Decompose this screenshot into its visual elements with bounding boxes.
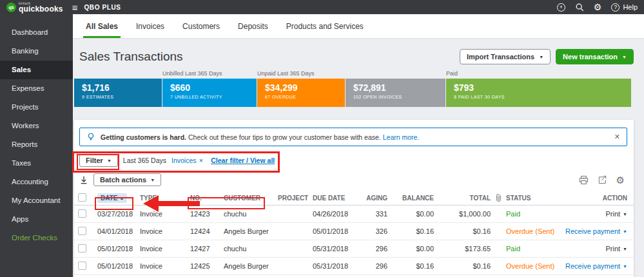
cell-total: $0.16 (434, 262, 491, 270)
brand-text: intuit quickbooks (19, 1, 63, 13)
row-checkbox[interactable] (78, 227, 86, 235)
row-action-receive-payment[interactable]: Receive payment ▼ (565, 262, 627, 270)
sidebar-item-accounting[interactable]: Accounting (0, 173, 73, 191)
sidebar-item-workers[interactable]: Workers (0, 117, 73, 135)
applied-filter-label: Last 365 Days (123, 157, 166, 164)
gear-icon[interactable]: ⚙ (594, 3, 602, 12)
search-icon[interactable] (575, 3, 584, 12)
sidebar-item-apps[interactable]: Apps (0, 210, 73, 229)
cell-date: 05/01/2018 (97, 245, 140, 253)
tab-customers[interactable]: Customers (173, 14, 229, 38)
money-caption: 67 OVERDUE (265, 95, 345, 99)
sidebar-item-dashboard[interactable]: Dashboard (0, 23, 73, 42)
tab-all-sales[interactable]: All Sales (77, 14, 127, 38)
learn-more-link[interactable]: Learn more. (383, 133, 420, 141)
qb-logo-icon: qb (6, 3, 16, 12)
batch-actions-label: Batch actions (100, 176, 146, 184)
column-header-action: ACTION (558, 195, 627, 202)
column-header-type[interactable]: TYPE (140, 195, 190, 202)
cell-balance: $0.00 (387, 210, 434, 218)
status-badge: Paid (506, 245, 558, 253)
tab-invoices[interactable]: Invoices (127, 14, 173, 38)
row-action-print[interactable]: Print ▼ (605, 245, 627, 253)
column-header-total[interactable]: TOTAL (434, 195, 491, 202)
row-action-label: Print (605, 245, 620, 253)
money-amount: $72,891 (353, 82, 445, 93)
transactions-panel: Getting customers is hard. Check out the… (74, 120, 634, 277)
clear-filter-link[interactable]: Clear filter / View all (211, 157, 275, 164)
sidebar-item-expenses[interactable]: Expenses (0, 79, 73, 98)
money-group-label-paid: Paid (446, 70, 458, 77)
caret-down-icon: ▼ (107, 158, 112, 163)
row-action-receive-payment[interactable]: Receive payment ▼ (565, 227, 627, 235)
money-card-unbilled-activity[interactable]: $660 7 UNBILLED ACTIVITY (162, 79, 257, 107)
money-amount: $34,299 (265, 82, 345, 93)
date-header-label: DATE (101, 195, 117, 202)
column-header-project[interactable]: PROJECT (278, 195, 313, 202)
filter-button[interactable]: Filter ▼ (79, 154, 118, 167)
money-card-overdue[interactable]: $34,299 67 OVERDUE (257, 79, 345, 107)
caret-down-icon: ▼ (623, 264, 627, 269)
quick-create-icon[interactable]: + (557, 3, 565, 12)
column-header-customer[interactable]: CUSTOMER (224, 195, 278, 202)
batch-actions-button[interactable]: Batch actions ▼ (93, 173, 161, 186)
money-amount: $660 (170, 82, 257, 93)
filter-chip-invoices[interactable]: Invoices ✕ (171, 157, 203, 164)
table-row[interactable]: 04/01/2018 Invoice 12424 Angels Burger 0… (74, 223, 634, 240)
cell-aging: 331 (358, 210, 387, 218)
column-header-no[interactable]: NO. (190, 195, 224, 202)
help-question-icon: ? (611, 3, 620, 12)
money-card-paid[interactable]: $793 8 PAID LAST 30 DAYS (446, 79, 631, 107)
hamburger-menu-icon[interactable]: ≡ (72, 3, 78, 12)
select-all-checkbox[interactable] (78, 193, 86, 202)
help-button[interactable]: ? Help (611, 3, 638, 12)
column-header-balance[interactable]: BALANCE (387, 195, 434, 202)
cell-balance: $0.00 (387, 245, 434, 253)
cell-no: 12424 (190, 227, 224, 235)
tab-products-and-services[interactable]: Products and Services (277, 14, 373, 38)
money-group-label-unbilled: Unbilled Last 365 Days (162, 70, 222, 77)
money-card-estimates[interactable]: $1,716 9 ESTIMATES (74, 79, 162, 107)
caret-down-icon: ▼ (623, 212, 627, 216)
sidebar-item-projects[interactable]: Projects (0, 98, 73, 117)
sidebar-item-sales[interactable]: Sales (0, 61, 73, 79)
table-settings-gear-icon[interactable]: ⚙ (616, 175, 625, 185)
sort-order-icon[interactable] (79, 175, 88, 185)
sidebar-item-taxes[interactable]: Taxes (0, 154, 73, 173)
import-transactions-button[interactable]: Import Transactions ▼ (460, 49, 551, 64)
row-checkbox[interactable] (78, 209, 86, 218)
print-icon[interactable] (579, 175, 589, 185)
row-checkbox[interactable] (78, 262, 86, 270)
row-action-print[interactable]: Print ▼ (605, 210, 627, 218)
cell-due-date: 05/31/2018 (313, 262, 358, 270)
caret-down-icon: ▼ (622, 55, 627, 59)
sidebar-item-reports[interactable]: Reports (0, 135, 73, 154)
tab-deposits[interactable]: Deposits (229, 14, 277, 38)
new-transaction-button[interactable]: New transaction ▼ (556, 49, 634, 64)
cell-type: Invoice (140, 210, 190, 218)
import-transactions-label: Import Transactions (467, 53, 534, 61)
column-header-due-date[interactable]: DUE DATE (313, 195, 358, 202)
table-row[interactable]: 05/01/2018 Invoice 12427 chuchu 05/31/20… (74, 240, 634, 258)
table-row[interactable]: 05/01/2018 Invoice 12425 Angels Burger 0… (74, 258, 634, 275)
export-icon[interactable] (598, 175, 607, 185)
money-card-open-invoices[interactable]: $72,891 102 OPEN INVOICES (346, 79, 445, 107)
banner-close-icon[interactable]: ✕ (614, 133, 620, 141)
column-header-aging[interactable]: AGING (358, 195, 387, 202)
column-header-status[interactable]: STATUS (506, 195, 558, 202)
row-checkbox[interactable] (78, 244, 86, 253)
cell-customer: Angels Burger (224, 262, 278, 270)
table-row[interactable]: 03/27/2018 Invoice 12423 chuchu 04/26/20… (74, 205, 634, 223)
caret-down-icon: ▼ (623, 247, 627, 251)
cell-aging: 326 (358, 227, 387, 235)
title-bar: Sales Transactions Import Transactions ▼… (73, 39, 644, 67)
sidebar-item-banking[interactable]: Banking (0, 42, 73, 61)
cell-type: Invoice (140, 227, 190, 235)
caret-down-icon: ▼ (150, 178, 155, 182)
sidebar-item-my-accountant[interactable]: My Accountant (0, 191, 73, 210)
cell-date: 04/01/2018 (97, 227, 140, 235)
sort-ascending-icon: ▲ (119, 196, 124, 200)
sidebar-item-order-checks[interactable]: Order Checks (0, 229, 73, 247)
column-header-date[interactable]: DATE ▲ (97, 193, 127, 203)
quickbooks-logo[interactable]: qb intuit quickbooks (6, 1, 63, 13)
